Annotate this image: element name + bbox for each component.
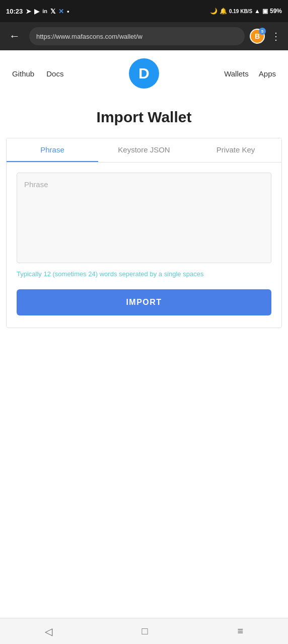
page-title: Import Wallet (8, 109, 280, 126)
sim-icon: ▣ (262, 8, 268, 15)
nav-links-right: Wallets Apps (224, 69, 276, 78)
mute-icon: 🔔 (220, 8, 227, 15)
menu-nav-button[interactable]: ≡ (227, 621, 253, 641)
docs-link[interactable]: Docs (46, 69, 63, 78)
status-right: 🌙 🔔 0.19 KB/S ▲ ▣ 59% (210, 8, 282, 15)
location-icon: ➤ (26, 8, 31, 15)
site-logo: D (129, 58, 159, 89)
network-speed: 0.19 KB/S (229, 9, 252, 14)
youtube-icon: ▶ (34, 8, 39, 15)
close-icon: ✕ (58, 8, 64, 15)
btc-extension-icon[interactable]: B 5 (250, 29, 265, 44)
github-link[interactable]: Github (12, 69, 34, 78)
nav-links-left: Github Docs (12, 69, 63, 78)
browser-back-button[interactable]: ← (5, 28, 24, 45)
twitter-icon: 𝕏 (50, 8, 55, 15)
browser-icons: B 5 ⋮ (250, 28, 283, 44)
nav-bar: Github Docs D Wallets Apps (0, 50, 288, 97)
browser-menu-button[interactable]: ⋮ (269, 28, 283, 44)
moon-icon: 🌙 (210, 8, 218, 15)
import-tabs: Phrase Keystore JSON Private Key (7, 138, 281, 163)
tab-keystore-json[interactable]: Keystore JSON (98, 138, 190, 162)
tab-private-key[interactable]: Private Key (190, 138, 281, 162)
back-nav-button[interactable]: ◁ (35, 621, 62, 641)
bottom-navigation: ◁ □ ≡ (0, 618, 288, 644)
status-left: 10:23 ➤ ▶ in 𝕏 ✕ • (6, 8, 69, 15)
main-content: Github Docs D Wallets Apps Import Wallet… (0, 50, 288, 618)
home-nav-button[interactable]: □ (132, 621, 158, 641)
phrase-hint-text: Typically 12 (sometimes 24) words sepera… (17, 269, 271, 279)
browser-bar: ← https://www.mafascons.com/wallet/w B 5… (0, 22, 288, 50)
battery-label: 59% (270, 8, 282, 15)
status-bar: 10:23 ➤ ▶ in 𝕏 ✕ • 🌙 🔔 0.19 KB/S ▲ ▣ 59% (0, 0, 288, 22)
tab-content-phrase: Typically 12 (sometimes 24) words sepera… (7, 163, 281, 328)
import-button[interactable]: IMPORT (17, 289, 271, 315)
url-bar[interactable]: https://www.mafascons.com/wallet/w (29, 27, 245, 45)
wallets-link[interactable]: Wallets (224, 69, 249, 78)
url-text: https://www.mafascons.com/wallet/w (36, 33, 142, 40)
wifi-icon: ▲ (254, 8, 260, 15)
time-display: 10:23 (6, 8, 23, 15)
tab-phrase[interactable]: Phrase (7, 138, 98, 162)
page-title-section: Import Wallet (0, 97, 288, 130)
linkedin-icon: in (42, 8, 47, 14)
btc-badge: 5 (259, 28, 266, 35)
import-wallet-card: Phrase Keystore JSON Private Key Typical… (6, 138, 282, 328)
dot-icon: • (67, 8, 69, 15)
apps-link[interactable]: Apps (259, 69, 276, 78)
phrase-textarea[interactable] (17, 173, 271, 263)
